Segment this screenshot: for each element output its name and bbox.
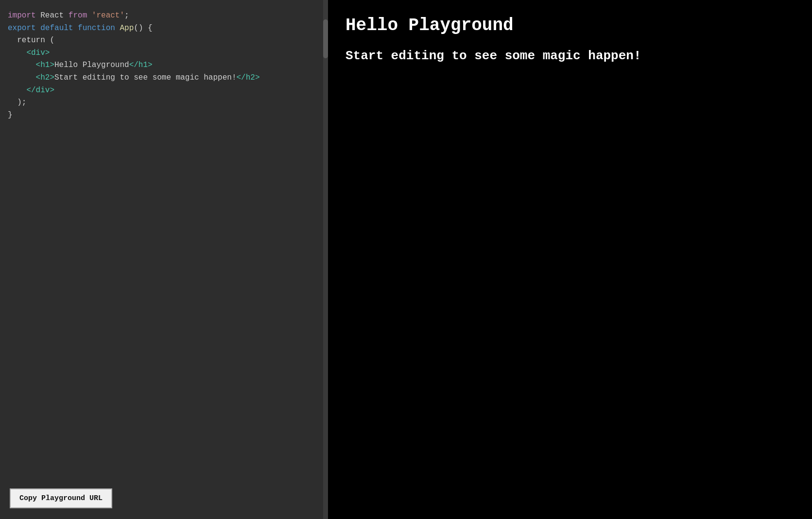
code-line: <div> [8, 47, 320, 60]
copy-playground-url-button[interactable]: Copy Playground URL [10, 488, 112, 508]
code-line: import React from 'react'; [8, 10, 320, 22]
code-line: </div> [8, 84, 320, 97]
code-line: ); [8, 97, 320, 109]
preview-subheading: Start editing to see some magic happen! [346, 47, 795, 65]
code-line: } [8, 109, 320, 122]
code-line: <h2>Start editing to see some magic happ… [8, 72, 320, 84]
scrollbar[interactable] [323, 0, 328, 519]
editor-panel: import React from 'react';export default… [0, 0, 328, 519]
code-line: <h1>Hello Playground</h1> [8, 59, 320, 72]
scrollbar-thumb[interactable] [323, 19, 328, 58]
code-line: return ( [8, 34, 320, 47]
code-line: export default function App() { [8, 22, 320, 35]
preview-heading: Hello Playground [346, 16, 795, 35]
preview-panel: Hello Playground Start editing to see so… [328, 0, 812, 519]
code-editor[interactable]: import React from 'react';export default… [0, 0, 328, 519]
